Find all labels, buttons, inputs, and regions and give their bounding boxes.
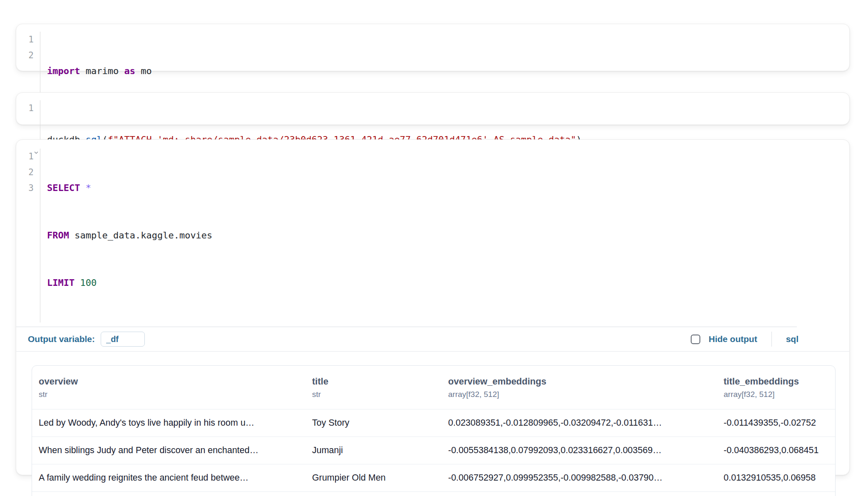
column-name: overview_embeddings	[448, 376, 712, 387]
cell-overview: When siblings Judy and Peter discover an…	[32, 437, 306, 464]
output-variable-bar: Output variable: Hide output sql	[16, 327, 849, 351]
line-number: 1	[16, 32, 34, 47]
output-variable-input[interactable]	[101, 332, 145, 347]
column-name: title_embeddings	[724, 376, 829, 387]
table-row: Led by Woody, Andy's toys live happily i…	[32, 409, 835, 437]
code-token: LIMIT	[47, 278, 74, 288]
code-token: 100	[80, 278, 97, 288]
cell-title: Grumpier Old Men	[306, 464, 442, 492]
cell-overview-embeddings: -0.006752927,0.099952355,-0.009982588,-0…	[442, 464, 718, 492]
code-token: SELECT	[47, 183, 80, 193]
code-cell-attach: 1 duckdb.sql(f"ATTACH 'md:_share/sample_…	[16, 92, 850, 125]
column-name: overview	[39, 376, 300, 387]
column-dtype: array[f32, 512]	[724, 390, 829, 399]
cell-title: Toy Story	[306, 409, 442, 437]
line-number: 2	[16, 164, 34, 180]
line-number: 3	[16, 180, 34, 196]
cell-overview: Cheated on, mistreated and stepped on, t…	[32, 492, 306, 496]
code-line: import marimo as mo	[47, 63, 152, 79]
column-header-overview[interactable]: overview str	[32, 366, 306, 409]
output-variable-label: Output variable:	[28, 334, 95, 344]
line-number: 1	[16, 100, 34, 116]
code-editor[interactable]: 1 2 3 SELECT * FROM sample_data.kaggle.m…	[16, 140, 849, 322]
code-line: FROM sample_data.kaggle.movies	[47, 228, 212, 243]
cell-overview: A family wedding reignites the ancient f…	[32, 464, 306, 492]
column-dtype: str	[39, 390, 300, 399]
sql-cell-movies: 1 2 3 SELECT * FROM sample_data.kaggle.m…	[16, 139, 850, 475]
vertical-divider	[771, 332, 772, 347]
table-row: A family wedding reignites the ancient f…	[32, 464, 835, 492]
cell-title-embeddings: -0.011439355,-0.02752	[718, 409, 835, 437]
column-header-title-embeddings[interactable]: title_embeddings array[f32, 512]	[718, 366, 835, 409]
line-number: 1	[16, 149, 34, 164]
code-token: as	[124, 66, 135, 76]
table-row: When siblings Judy and Peter discover an…	[32, 437, 835, 464]
cell-output: overview str title str overview_embeddin…	[16, 352, 849, 496]
code-token	[80, 183, 85, 193]
language-badge: sql	[786, 334, 799, 344]
code-token: FROM	[47, 230, 69, 241]
code-cell-imports: 1 2 import marimo as mo import duckdb	[16, 24, 850, 71]
hide-output-checkbox[interactable]	[691, 335, 700, 344]
code-token	[74, 278, 80, 288]
cell-overview: Led by Woody, Andy's toys live happily i…	[32, 409, 306, 437]
cell-title-embeddings: 0.0132910535,0.06958	[718, 464, 835, 492]
code-line: SELECT *	[47, 180, 212, 196]
cell-overview-embeddings: -0.0055384138,0.07992093,0.023316627,0.0…	[442, 437, 718, 464]
hide-output-label: Hide output	[709, 334, 757, 344]
code-token: import	[47, 66, 80, 76]
code-token: sample_data.kaggle.movies	[69, 230, 212, 241]
line-number: 2	[16, 47, 34, 63]
code-token: mo	[135, 66, 152, 76]
cell-title-embeddings: 0.01755858,-0.0086286	[718, 492, 835, 496]
code-token: marimo	[80, 66, 124, 76]
cell-overview-embeddings: 0.023089351,-0.012809965,-0.03209472,-0.…	[442, 409, 718, 437]
cell-overview-embeddings: -0.009417406,0.07860214,-0.023279453,0.0…	[442, 492, 718, 496]
cell-title: Waiting to Exhale	[306, 492, 442, 496]
code-source: SELECT * FROM sample_data.kaggle.movies …	[40, 149, 212, 322]
column-dtype: array[f32, 512]	[448, 390, 712, 399]
line-number-gutter: 1 2 3	[16, 149, 40, 322]
cell-title: Jumanji	[306, 437, 442, 464]
cell-title-embeddings: -0.040386293,0.068451	[718, 437, 835, 464]
fold-chevron-icon[interactable]	[33, 150, 39, 156]
column-dtype: str	[312, 390, 436, 399]
code-token: *	[86, 183, 91, 193]
column-header-overview-embeddings[interactable]: overview_embeddings array[f32, 512]	[442, 366, 718, 409]
dataframe-table: overview str title str overview_embeddin…	[32, 365, 836, 496]
table-row: Cheated on, mistreated and stepped on, t…	[32, 492, 835, 496]
table-header-row: overview str title str overview_embeddin…	[32, 366, 835, 409]
column-name: title	[312, 376, 436, 387]
code-line: LIMIT 100	[47, 275, 212, 291]
column-header-title[interactable]: title str	[306, 366, 442, 409]
